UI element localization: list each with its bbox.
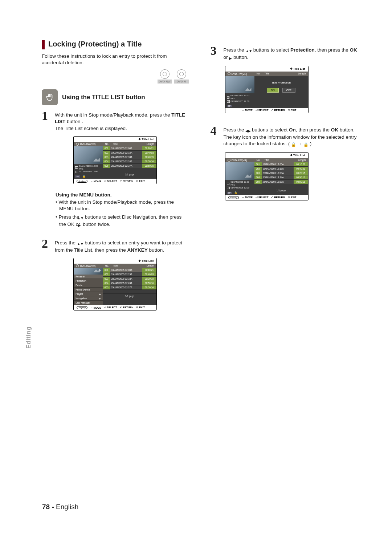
ui-title-protection: Title List DVD-RW(VR) No. Title Length ▭…: [225, 66, 309, 113]
menu-item-playlist[interactable]: Playlist: [74, 292, 103, 296]
section-intro: Follow these instructions to lock an ent…: [42, 53, 189, 66]
left-right-icon: [245, 127, 250, 134]
page-number: 78 - English: [42, 503, 78, 511]
step-1: 1 With the unit in Stop mode/Playback mo…: [42, 110, 189, 132]
menu-item-disc-manager[interactable]: Disc Manager: [74, 301, 103, 305]
up-down-icon: [77, 240, 83, 247]
subsection-heading: Using the TITLE LIST button: [62, 94, 145, 101]
arrow-right-icon: [298, 141, 302, 146]
up-down-icon: [81, 215, 83, 221]
title-list-rows: 00118/JAN/2005 12:00A00:10:21 00219/JAN/…: [103, 146, 156, 179]
menu-button-heading: Using the MENU button.: [56, 192, 189, 198]
step-number-3: 3: [211, 45, 221, 57]
step-4: 4 Press the buttons to select On, then p…: [211, 125, 358, 148]
up-down-icon: [245, 48, 252, 54]
step-number-2: 2: [42, 238, 52, 249]
step-3: 3 Press the buttons to select Protection…: [211, 45, 358, 61]
lock-closed-icon: [303, 141, 309, 148]
step-number-4: 4: [211, 125, 221, 137]
menu-bullets: With the unit in Stop mode/Playback mode…: [56, 199, 189, 228]
protection-off-button[interactable]: OFF: [282, 88, 295, 93]
step-2: 2 Press the buttons to select an entry y…: [42, 238, 189, 253]
protection-on-button[interactable]: ON: [267, 88, 279, 93]
menu-item-partial-delete[interactable]: Partial Delete: [74, 288, 103, 292]
protection-dialog-label: Title Protection: [257, 81, 305, 84]
section-accent-bar: [42, 40, 45, 49]
menu-item-navigation[interactable]: Navigation: [74, 296, 103, 301]
disc-icon-dvd-r: DVD-R: [174, 69, 189, 84]
lock-icon: [234, 191, 237, 194]
hand-icon: [42, 89, 58, 105]
right-column: 3 Press the buttons to select Protection…: [211, 40, 358, 317]
step-number-1: 1: [42, 110, 52, 122]
ui-anykey-menu: Title List DVD-RW(VR) No. Title Length R…: [73, 258, 157, 310]
lock-open-icon: [291, 141, 296, 148]
ui-title-list-locked: Title List DVD-RW(VR) No. Title Length ▭…: [225, 152, 309, 200]
ui-title-list: Title List DVD-RW(VR) No. Title Length ▭…: [73, 136, 157, 184]
disc-icon-dvd-rw: DVD-RW: [158, 69, 172, 84]
menu-item-delete[interactable]: Delete: [74, 283, 103, 288]
section-title: Locking (Protecting) a Title: [48, 40, 142, 48]
disc-type-icons: DVD-RW DVD-R: [42, 69, 189, 84]
menu-item-protection[interactable]: Protection: [74, 279, 103, 283]
left-column: Locking (Protecting) a Title Follow thes…: [42, 40, 189, 317]
menu-item-rename[interactable]: Rename: [74, 275, 103, 279]
side-tab-label: Editing: [25, 326, 32, 349]
